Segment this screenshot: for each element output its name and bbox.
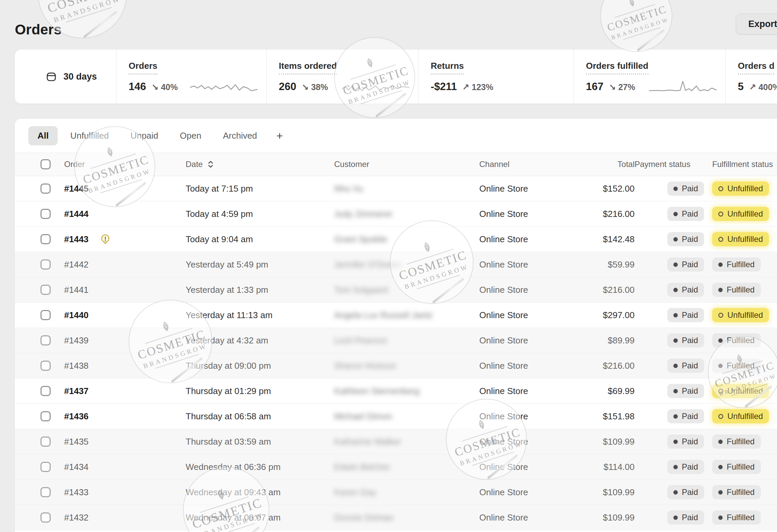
paid-dot-icon bbox=[673, 440, 678, 444]
column-header-date[interactable]: Date bbox=[186, 160, 203, 169]
row-checkbox[interactable] bbox=[41, 462, 51, 472]
table-row[interactable]: #1436Thursday at 06:58 amMichael DimonOn… bbox=[15, 404, 777, 429]
tab-archived[interactable]: Archived bbox=[214, 126, 266, 145]
tab-unfulfilled[interactable]: Unfulfilled bbox=[61, 126, 118, 145]
date-range-picker[interactable]: 30 days bbox=[15, 50, 116, 104]
row-checkbox[interactable] bbox=[41, 512, 51, 523]
customer-name: Jennifer O'Green bbox=[334, 259, 401, 270]
payment-status-badge: Paid bbox=[667, 283, 704, 297]
customer-name: Karen Gay bbox=[334, 487, 376, 497]
fulfillment-status-badge: Fulfilled bbox=[712, 257, 761, 272]
add-view-button[interactable]: + bbox=[270, 130, 290, 141]
row-checkbox[interactable] bbox=[41, 310, 51, 320]
order-channel: Online Store bbox=[479, 335, 577, 346]
table-row[interactable]: #1443Today at 9:04 amGrant SpoklieOnline… bbox=[15, 227, 777, 252]
table-row[interactable]: #1435Thursday at 03:59 amKatharine Walke… bbox=[15, 429, 777, 454]
payment-status-badge: Paid bbox=[667, 333, 704, 347]
order-channel: Online Store bbox=[479, 209, 577, 219]
fulfillment-status-badge: Fulfilled bbox=[712, 435, 761, 449]
watermark-text: COSMETIC bbox=[46, 0, 121, 16]
stat-metric-label[interactable]: Items ordered bbox=[279, 61, 337, 75]
customer-name: Nhu Vu bbox=[334, 184, 363, 194]
table-row[interactable]: #1437Thursday at 01:29 pmKathleen Sterne… bbox=[15, 379, 777, 404]
table-row[interactable]: #1445Today at 7:15 pmNhu VuOnline Store$… bbox=[15, 176, 777, 201]
stat-metric-label[interactable]: Orders bbox=[129, 61, 157, 75]
order-total: $69.99 bbox=[577, 386, 635, 396]
order-date: Wednesday at 09:07 am bbox=[186, 512, 334, 523]
order-total: $114.00 bbox=[577, 462, 635, 472]
select-all-checkbox[interactable] bbox=[41, 159, 51, 169]
row-checkbox[interactable] bbox=[41, 361, 51, 371]
fulfillment-status-label: Fulfilled bbox=[727, 437, 755, 446]
fulfillment-status-badge: Fulfilled bbox=[712, 510, 761, 525]
table-row[interactable]: #1433Wednesday at 09:43 amKaren GayOnlin… bbox=[15, 480, 777, 505]
row-checkbox[interactable] bbox=[41, 184, 51, 194]
tab-open[interactable]: Open bbox=[171, 126, 211, 145]
fulfillment-status-label: Fulfilled bbox=[727, 336, 755, 345]
stats-metrics: Orders146↘ 40%Items ordered260↘ 38%Retur… bbox=[116, 50, 777, 104]
payment-status-label: Paid bbox=[682, 487, 698, 497]
sort-icon[interactable] bbox=[207, 160, 214, 169]
fulfillment-status-label: Fulfilled bbox=[727, 260, 755, 269]
fulfilled-dot-icon bbox=[718, 465, 723, 469]
paid-dot-icon bbox=[673, 515, 678, 520]
customer-name: Angela Luv Russell Jantz bbox=[334, 310, 433, 320]
table-row[interactable]: #1434Wednesday at 06:36 pmEdwin BelcherO… bbox=[15, 454, 777, 480]
order-channel: Online Store bbox=[479, 361, 577, 371]
row-checkbox[interactable] bbox=[41, 209, 51, 219]
stat-metric-value: 5 bbox=[738, 81, 744, 93]
row-checkbox[interactable] bbox=[41, 437, 51, 447]
order-number: #1441 bbox=[64, 285, 88, 295]
order-number: #1435 bbox=[64, 437, 88, 447]
table-row[interactable]: #1442Yesterday at 5:49 pmJennifer O'Gree… bbox=[15, 252, 777, 277]
fulfillment-status-badge: Unfulfilled bbox=[712, 384, 769, 398]
table-row[interactable]: #1441Yesterday at 1:33 pmToni SolgaardOn… bbox=[15, 277, 777, 303]
column-header-channel: Channel bbox=[479, 160, 509, 169]
order-number: #1433 bbox=[64, 487, 88, 498]
payment-status-badge: Paid bbox=[667, 384, 704, 398]
table-row[interactable]: #1444Today at 4:59 pmJudy ZimmererOnline… bbox=[15, 201, 777, 227]
order-date: Today at 7:15 pm bbox=[186, 184, 334, 194]
stat-metric-label[interactable]: Returns bbox=[431, 61, 464, 75]
fulfillment-status-badge: Unfulfilled bbox=[712, 207, 769, 221]
row-checkbox[interactable] bbox=[41, 234, 51, 244]
row-checkbox[interactable] bbox=[41, 411, 51, 421]
tab-all[interactable]: All bbox=[28, 126, 58, 145]
stat-metric-delta: ↘ 38% bbox=[302, 82, 328, 92]
fulfilled-dot-icon bbox=[718, 440, 723, 444]
payment-status-label: Paid bbox=[682, 234, 698, 244]
fulfilled-dot-icon bbox=[718, 262, 723, 267]
order-total: $151.98 bbox=[577, 411, 635, 422]
paid-dot-icon bbox=[673, 237, 678, 242]
table-row[interactable]: #1432Wednesday at 09:07 amDonnie DishawO… bbox=[15, 505, 777, 530]
row-checkbox[interactable] bbox=[41, 335, 51, 345]
row-checkbox[interactable] bbox=[41, 285, 51, 295]
table-row[interactable]: #1439Yesterday at 4:32 amLezli PearsonOn… bbox=[15, 328, 777, 353]
fulfilled-dot-icon bbox=[718, 364, 723, 368]
row-checkbox[interactable] bbox=[41, 487, 51, 497]
row-checkbox[interactable] bbox=[41, 259, 51, 270]
fulfillment-status-label: Fulfilled bbox=[727, 513, 755, 522]
order-date: Yesterday at 4:32 am bbox=[186, 335, 334, 346]
stat-metric: Orders146↘ 40% bbox=[116, 50, 266, 104]
payment-status-label: Paid bbox=[682, 310, 698, 320]
paid-dot-icon bbox=[673, 490, 678, 495]
payment-status-label: Paid bbox=[682, 336, 698, 345]
row-checkbox[interactable] bbox=[41, 386, 51, 396]
fulfillment-status-label: Unfulfilled bbox=[727, 412, 763, 421]
export-button[interactable]: Export bbox=[736, 13, 777, 34]
order-total: $216.00 bbox=[577, 209, 635, 219]
orders-table-card: AllUnfulfilledUnpaidOpenArchived+ Order … bbox=[15, 119, 777, 532]
table-row[interactable]: #1440Yesterday at 11:13 amAngela Luv Rus… bbox=[15, 303, 777, 328]
paid-dot-icon bbox=[673, 262, 678, 267]
paid-dot-icon bbox=[673, 465, 678, 469]
table-row[interactable]: #1438Thursday at 09:00 pmSharon HicksonO… bbox=[15, 353, 777, 379]
tab-unpaid[interactable]: Unpaid bbox=[121, 126, 167, 145]
brush-icon bbox=[637, 29, 665, 52]
stat-metric-valuerow: 5↗ 400% bbox=[738, 81, 777, 93]
paid-dot-icon bbox=[673, 414, 678, 419]
stat-metric-label[interactable]: Orders d bbox=[738, 61, 774, 75]
order-total: $59.99 bbox=[577, 259, 635, 270]
paid-dot-icon bbox=[673, 338, 678, 343]
stat-metric-label[interactable]: Orders fulfilled bbox=[586, 61, 648, 75]
